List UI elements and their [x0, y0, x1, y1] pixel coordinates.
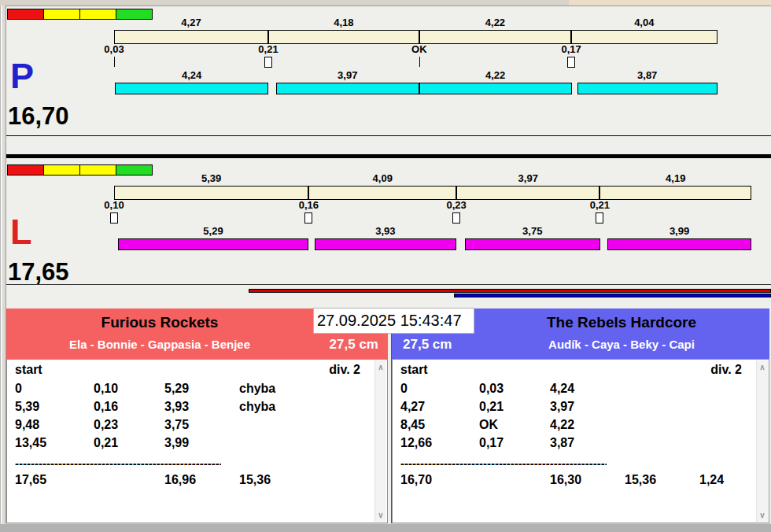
datetime-display: 27.09.2025 15:43:47 — [313, 308, 474, 334]
datetime-text: 27.09.2025 15:43:47 — [317, 312, 462, 329]
split-time-label: 4,18 — [268, 17, 419, 28]
dog-time-bar — [315, 238, 456, 250]
table-cell: 0,21 — [479, 400, 550, 414]
dog-time-label: 3,97 — [276, 69, 419, 81]
scroll-down-icon[interactable]: ∨ — [375, 511, 386, 519]
top-window-edge-beige — [569, 0, 771, 6]
table-cell: 4,24 — [550, 382, 625, 396]
split-time-label: 4,22 — [419, 17, 571, 28]
changeover-time-label: 0,03 — [83, 43, 146, 55]
changeover-time-label: OK — [388, 43, 451, 55]
split-time-label: 4,19 — [599, 172, 751, 184]
dog-time-label: 4,22 — [419, 69, 572, 81]
split-time-label: 4,27 — [114, 17, 268, 28]
dog-time-bar — [118, 238, 309, 250]
table-row: 00,034,24 — [393, 382, 769, 400]
table-row: 12,660,173,87 — [393, 436, 769, 454]
dog-time-label: 4,24 — [115, 69, 268, 81]
table-body: 00,105,29chyba5,390,163,93chyba9,480,233… — [7, 382, 387, 493]
team-header-text: Furious Rockets Ela - Bonnie - Gappasia … — [6, 308, 313, 359]
table-cell: 15,36 — [625, 473, 699, 487]
table-row: 9,480,233,75 — [7, 418, 387, 436]
status-light — [7, 9, 44, 20]
table-cell: 0 — [400, 382, 479, 396]
dog-time-label: 3,87 — [577, 69, 718, 81]
changeover-time-label: 0,17 — [540, 43, 603, 55]
dog-time-bar — [419, 83, 572, 94]
split-segment — [308, 186, 456, 200]
split-time-label: 5,39 — [114, 172, 308, 184]
table-totals-row: 17,6516,9615,36 — [7, 471, 387, 493]
table-cell: 0,10 — [94, 382, 164, 396]
changeover-time-label: 0,21 — [237, 43, 300, 55]
app-window: P 16,70 4,270,034,244,180,213,974,22OK4,… — [0, 0, 771, 532]
overall-progress-bar-blue — [454, 294, 771, 297]
split-segment — [456, 186, 599, 200]
changeover-marker — [567, 57, 575, 68]
window-left-border — [0, 6, 6, 532]
table-body: 00,034,244,270,213,978,45OK4,2212,660,17… — [393, 382, 769, 493]
table-row: 00,105,29chyba — [7, 382, 387, 400]
split-segment — [571, 30, 717, 44]
table-cell: 9,48 — [15, 418, 94, 432]
table-cell: 0,03 — [479, 382, 550, 396]
status-light — [43, 9, 80, 20]
changeover-time-label: 0,23 — [425, 199, 488, 211]
status-light — [7, 164, 44, 175]
team-members: Audík - Caya - Beky - Capi — [475, 338, 768, 351]
top-window-edge — [0, 0, 771, 6]
table-row: 4,270,213,97 — [393, 400, 769, 418]
status-light — [79, 9, 116, 20]
table-separator: ----------------------------------------… — [7, 454, 221, 471]
table-vertical-scrollbar[interactable]: ∧ ∨ — [756, 360, 768, 522]
team-panel-right: The Rebels Hardcore Audík - Caya - Beky … — [391, 308, 769, 523]
team-name: The Rebels Hardcore — [475, 314, 768, 331]
table-cell: 0 — [15, 382, 94, 396]
split-time-label: 4,04 — [571, 17, 717, 28]
dog-time-bar — [577, 83, 718, 94]
team-members: Ela - Bonnie - Gappasia - Benjee — [6, 338, 313, 351]
table-cell: 15,36 — [239, 473, 314, 487]
table-cell: 5,29 — [164, 382, 239, 396]
status-light — [79, 164, 116, 175]
table-vertical-scrollbar[interactable]: ∧ ∨ — [374, 360, 386, 522]
table-cell: 16,30 — [550, 473, 625, 487]
scroll-up-icon[interactable]: ∧ — [757, 363, 768, 371]
table-cell: OK — [479, 418, 550, 432]
dog-time-bar — [115, 83, 268, 94]
table-cell: 16,70 — [400, 473, 479, 487]
table-separator: ----------------------------------------… — [393, 454, 607, 471]
table-cell: 3,75 — [164, 418, 239, 432]
changeover-marker — [596, 212, 603, 224]
table-header-start: start — [400, 363, 479, 377]
table-header-row: start div. 2 — [7, 363, 387, 382]
scroll-up-icon[interactable]: ∧ — [375, 363, 386, 371]
table-cell: 0,17 — [479, 436, 550, 450]
changeover-marker — [304, 212, 312, 224]
table-row: 8,45OK4,22 — [393, 418, 769, 436]
team-panel-left: Furious Rockets Ela - Bonnie - Gappasia … — [6, 308, 388, 523]
table-header-row: start div. 2 — [393, 363, 769, 382]
table-cell: 3,97 — [550, 400, 625, 414]
changeover-time-label: 0,16 — [277, 199, 340, 211]
split-time-label: 4,09 — [308, 172, 456, 184]
scroll-down-icon[interactable]: ∨ — [757, 511, 768, 519]
table-cell: chyba — [239, 382, 314, 396]
table-cell: 16,96 — [164, 473, 239, 487]
table-cell: 4,22 — [550, 418, 625, 432]
split-segment — [114, 30, 268, 44]
team-results-table: start div. 2 00,034,244,270,213,978,45OK… — [392, 359, 769, 523]
team-name: Furious Rockets — [6, 314, 313, 331]
split-segment — [114, 186, 308, 200]
lane-letter: P — [10, 58, 34, 94]
table-cell: 0,21 — [94, 436, 164, 450]
table-cell: 3,99 — [164, 436, 239, 450]
changeover-marker — [264, 57, 272, 68]
table-row: 13,450,213,99 — [7, 436, 387, 454]
jump-height-label: 27,5 cm — [403, 337, 452, 353]
lane-total-time: 16,70 — [8, 104, 69, 128]
split-time-label: 3,97 — [456, 172, 599, 184]
lane-l-timeline: L 17,65 5,390,105,294,090,163,933,970,23… — [6, 162, 771, 284]
overall-progress-bar-red — [249, 289, 771, 293]
table-cell: 5,39 — [15, 400, 94, 414]
